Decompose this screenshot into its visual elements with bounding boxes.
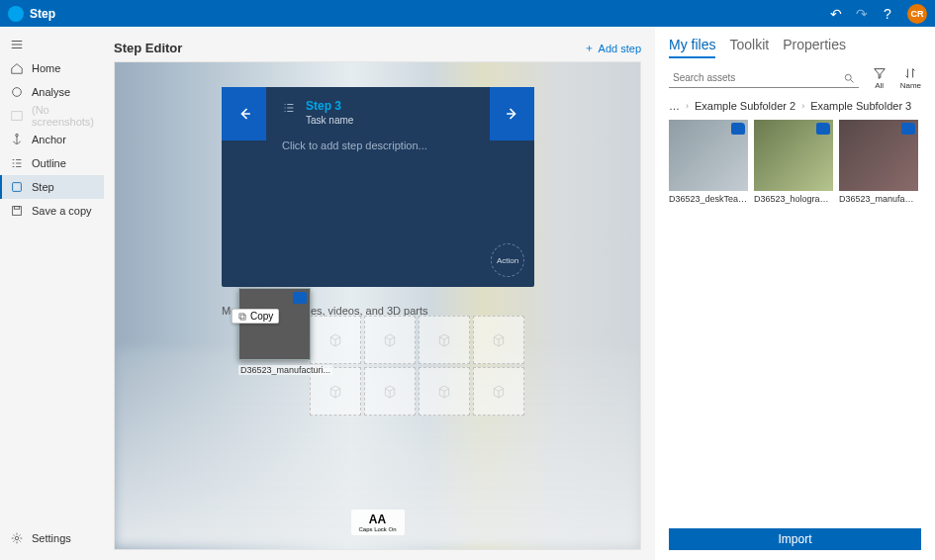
sidebar-item-label: Home <box>32 62 60 74</box>
plus-icon: ＋ <box>584 41 595 55</box>
tab-bar: My files Toolkit Properties <box>669 37 921 58</box>
media-slot-grid <box>310 316 524 416</box>
chevron-right-icon: › <box>686 101 689 111</box>
media-slot[interactable] <box>364 367 416 416</box>
sort-button[interactable]: Name <box>900 66 921 90</box>
add-step-label: Add step <box>599 43 641 54</box>
search-box[interactable] <box>669 68 859 88</box>
chevron-right-icon: › <box>801 101 804 111</box>
sidebar-item-outline[interactable]: Outline <box>0 151 104 175</box>
canvas: Step 3 Task name Click to add step descr… <box>114 61 641 550</box>
step-card: Step 3 Task name Click to add step descr… <box>222 87 534 287</box>
next-step-button[interactable] <box>490 87 534 140</box>
tab-toolkit[interactable]: Toolkit <box>729 37 769 58</box>
sidebar-item-label: Save a copy <box>32 205 92 217</box>
sidebar-item-step[interactable]: Step <box>0 175 104 199</box>
sort-label: Name <box>900 81 921 90</box>
sidebar-item-label: Outline <box>32 157 66 169</box>
analyse-icon <box>10 85 24 99</box>
sidebar-item-label: Step <box>32 181 54 193</box>
tab-properties[interactable]: Properties <box>783 37 846 58</box>
breadcrumb-root[interactable]: … <box>669 100 680 112</box>
asset-thumb[interactable]: D36523_deskTeams_... <box>669 120 748 204</box>
filter-label: All <box>875 81 884 90</box>
caps-lock-indicator: AA Caps Lock On <box>350 510 404 535</box>
drag-preview[interactable] <box>238 288 311 360</box>
help-icon[interactable]: ? <box>878 4 897 24</box>
drag-caption: D36523_manufacturi... <box>238 365 332 375</box>
action-label: Action <box>497 256 518 265</box>
svg-rect-8 <box>240 315 245 320</box>
thumbs-grid: D36523_deskTeams_... D36523_hologram_w..… <box>669 120 921 204</box>
filter-button[interactable]: All <box>873 66 887 90</box>
page-title: Step Editor <box>114 41 182 55</box>
svg-rect-1 <box>12 112 23 121</box>
media-slot[interactable] <box>310 316 361 364</box>
step-description-placeholder[interactable]: Click to add step description... <box>282 140 518 151</box>
sidebar: Home Analyse (No screenshots) Anchor Out… <box>0 27 104 560</box>
step-title[interactable]: Step 3 <box>306 99 353 113</box>
avatar[interactable]: CR <box>907 4 927 24</box>
action-button[interactable]: Action <box>491 243 524 277</box>
media-slot[interactable] <box>473 316 524 364</box>
sidebar-item-label: Settings <box>32 532 71 544</box>
image-icon <box>10 109 24 123</box>
media-slot[interactable] <box>364 316 416 364</box>
sidebar-item-analyse[interactable]: Analyse <box>0 80 104 104</box>
asset-name: D36523_manufacturi... <box>839 194 918 204</box>
svg-point-0 <box>13 88 22 97</box>
breadcrumb-item[interactable]: Example Subfolder 3 <box>810 100 911 112</box>
import-label: Import <box>778 532 811 546</box>
sidebar-item-label: Analyse <box>32 86 70 98</box>
undo-icon[interactable]: ↶ <box>826 4 846 24</box>
step-icon <box>10 180 24 194</box>
sidebar-item-label: (No screenshots) <box>32 104 94 128</box>
home-icon <box>10 61 24 75</box>
add-step-button[interactable]: ＋ Add step <box>584 41 641 55</box>
caps-aa: AA <box>358 513 396 526</box>
sidebar-item-settings[interactable]: Settings <box>0 526 104 550</box>
media-slot[interactable] <box>419 367 470 416</box>
image-badge-icon <box>731 123 745 135</box>
title-bar: Step ↶ ↷ ? CR <box>0 0 935 27</box>
list-icon <box>282 101 296 115</box>
svg-rect-7 <box>239 313 244 318</box>
gear-icon <box>10 531 24 545</box>
asset-thumb[interactable]: D36523_hologram_w... <box>754 120 833 204</box>
hamburger-icon[interactable] <box>0 33 104 56</box>
asset-thumb[interactable]: D36523_manufacturi... <box>839 120 918 204</box>
caps-text: Caps Lock On <box>358 526 396 532</box>
step-subtitle[interactable]: Task name <box>306 115 353 126</box>
media-slot[interactable] <box>473 367 524 416</box>
image-badge-icon <box>901 123 915 135</box>
sidebar-item-noscreens: (No screenshots) <box>0 104 104 128</box>
import-button[interactable]: Import <box>669 528 921 550</box>
sidebar-item-label: Anchor <box>32 134 66 145</box>
svg-point-9 <box>845 74 851 80</box>
media-slot[interactable] <box>419 316 470 364</box>
sidebar-item-saveacopy[interactable]: Save a copy <box>0 199 104 223</box>
editor-area: Step Editor ＋ Add step Step 3 <box>104 27 655 560</box>
svg-point-6 <box>15 536 19 540</box>
asset-name: D36523_hologram_w... <box>754 194 833 204</box>
image-badge-icon <box>293 292 307 304</box>
right-panel: My files Toolkit Properties All Name … ›… <box>655 27 935 560</box>
tab-my-files[interactable]: My files <box>669 37 715 58</box>
copy-label: Copy <box>250 311 273 322</box>
outline-icon <box>10 156 24 170</box>
breadcrumb-item[interactable]: Example Subfolder 2 <box>695 100 795 112</box>
svg-rect-3 <box>13 183 22 192</box>
image-badge-icon <box>816 123 830 135</box>
prev-step-button[interactable] <box>222 87 266 140</box>
save-icon <box>10 204 24 218</box>
app-logo <box>8 6 24 22</box>
breadcrumb: … › Example Subfolder 2 › Example Subfol… <box>669 100 921 112</box>
anchor-icon <box>10 133 24 146</box>
copy-tooltip: Copy <box>232 309 279 324</box>
app-title: Step <box>30 7 820 21</box>
search-input[interactable] <box>673 72 843 83</box>
search-icon <box>843 72 855 84</box>
redo-icon[interactable]: ↷ <box>852 4 872 24</box>
sidebar-item-anchor[interactable]: Anchor <box>0 128 104 151</box>
sidebar-item-home[interactable]: Home <box>0 56 104 80</box>
